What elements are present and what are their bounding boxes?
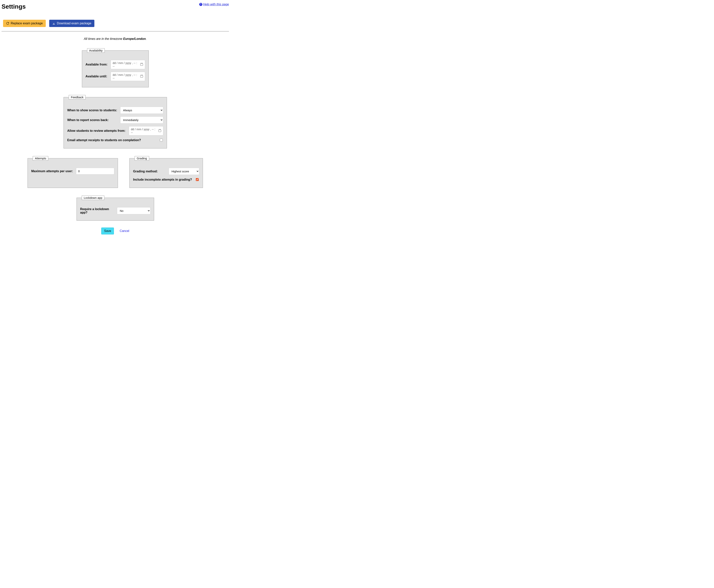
availability-fieldset: Availability Available from: dd / mm / y… <box>82 48 149 87</box>
grading-fieldset: Grading Grading method: Highest score In… <box>129 156 203 188</box>
include-incomplete-checkbox[interactable] <box>196 178 199 181</box>
show-scores-select[interactable]: Always <box>120 107 163 114</box>
help-link-label: Help with this page <box>203 3 229 6</box>
lockdown-select[interactable]: No <box>117 207 150 214</box>
report-back-select[interactable]: Immediately <box>120 117 163 124</box>
show-scores-label: When to show scores to students: <box>67 109 117 112</box>
datetime-placeholder: dd / mm / yyyy , -- : -- <box>113 73 138 80</box>
max-attempts-input[interactable] <box>76 168 114 174</box>
lockdown-fieldset: Lockdown app Require a lockdown app? No <box>77 195 154 220</box>
available-until-input[interactable]: dd / mm / yyyy , -- : -- <box>111 72 145 81</box>
page-title: Settings <box>2 3 26 10</box>
datetime-placeholder: dd / mm / yyyy , -- : -- <box>113 61 138 68</box>
lockdown-legend: Lockdown app <box>82 195 105 200</box>
download-package-label: Download exam package <box>57 22 91 25</box>
refresh-icon <box>6 22 9 25</box>
datetime-placeholder: dd / mm / yyyy , -- : -- <box>131 128 157 134</box>
cancel-link[interactable]: Cancel <box>120 229 129 233</box>
help-link[interactable]: ? Help with this page <box>199 3 229 6</box>
replace-package-button[interactable]: Replace exam package <box>3 20 46 27</box>
available-from-input[interactable]: dd / mm / yyyy , -- : -- <box>111 60 145 69</box>
calendar-icon <box>158 130 161 132</box>
calendar-icon <box>140 75 143 78</box>
grading-legend: Grading <box>134 156 149 161</box>
lockdown-label: Require a lockdown app? <box>80 207 114 214</box>
divider <box>2 31 229 31</box>
feedback-legend: Feedback <box>69 95 86 99</box>
available-from-label: Available from: <box>86 63 108 66</box>
email-receipt-label: Email attempt receipts to students on co… <box>67 139 141 142</box>
include-incomplete-label: Include incomplete attempts in grading? <box>133 178 192 182</box>
calendar-icon <box>140 63 143 66</box>
review-from-label: Allow students to review attempts from: <box>67 129 125 132</box>
download-icon <box>52 22 55 25</box>
report-back-label: When to report scores back: <box>67 118 109 122</box>
max-attempts-label: Maximum attempts per user: <box>31 169 73 173</box>
feedback-fieldset: Feedback When to show scores to students… <box>64 95 167 148</box>
email-receipt-checkbox[interactable] <box>160 139 163 142</box>
available-until-label: Available until: <box>86 75 107 78</box>
save-button[interactable]: Save <box>101 228 114 234</box>
availability-legend: Availability <box>87 48 105 53</box>
attempts-fieldset: Attempts Maximum attempts per user: <box>27 156 118 188</box>
timezone-notice: All times are in the timezone Europe/Lon… <box>2 37 229 41</box>
download-package-button[interactable]: Download exam package <box>49 20 94 27</box>
attempts-legend: Attempts <box>33 156 48 161</box>
grading-method-label: Grading method: <box>133 170 158 173</box>
svg-rect-0 <box>53 24 55 24</box>
review-from-input[interactable]: dd / mm / yyyy , -- : -- <box>129 126 163 135</box>
replace-package-label: Replace exam package <box>11 22 43 25</box>
help-icon: ? <box>199 3 202 6</box>
grading-method-select[interactable]: Highest score <box>169 168 199 175</box>
